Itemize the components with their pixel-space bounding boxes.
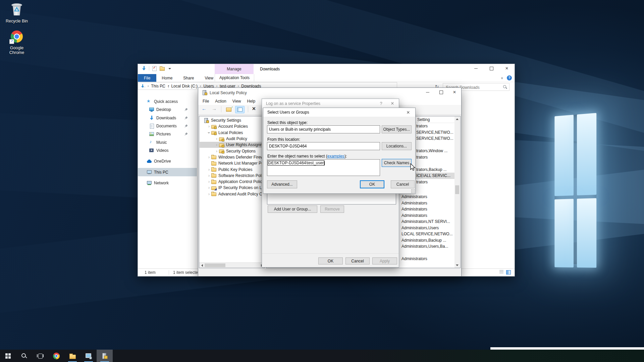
- maximize-button[interactable]: [434, 88, 448, 97]
- customize-qat-chevron-icon[interactable]: [167, 66, 172, 71]
- tree-item-security-settings[interactable]: Security Settings: [200, 117, 264, 123]
- sidebar-item-videos[interactable]: Videos: [138, 146, 197, 155]
- tree-expand-chevron-icon[interactable]: [207, 167, 211, 172]
- security-setting-value[interactable]: Administrators,Backup ...: [401, 237, 457, 244]
- tree-item-local-policies[interactable]: Local Policies: [200, 130, 264, 136]
- locations-button[interactable]: Locations...: [382, 142, 412, 150]
- cancel-button[interactable]: Cancel: [391, 180, 415, 188]
- security-setting-value[interactable]: Administrators: [401, 200, 457, 206]
- close-button[interactable]: ✕: [448, 88, 461, 97]
- installer-taskbar-button[interactable]: [80, 350, 97, 362]
- task-view-button[interactable]: [32, 350, 48, 362]
- tree-item-user-rights-assignment[interactable]: User Rights Assignmen: [200, 142, 264, 148]
- search-button[interactable]: [16, 350, 32, 362]
- security-setting-value[interactable]: Administrators: [401, 206, 457, 213]
- back-icon[interactable]: ←: [202, 106, 207, 111]
- tree-expand-chevron-icon[interactable]: [207, 130, 211, 135]
- security-setting-value[interactable]: LOCAL SERVICE,NETWO...: [401, 231, 457, 237]
- minimize-button[interactable]: [421, 88, 434, 97]
- add-user-or-group-button[interactable]: Add User or Group...: [268, 205, 317, 213]
- security-setting-value[interactable]: Administrators,NT SERVI...: [401, 219, 457, 225]
- breadcrumb-local-disk[interactable]: ›Local Disk (C:): [165, 84, 198, 88]
- tree-expand-chevron-icon[interactable]: [207, 124, 211, 129]
- file-explorer-taskbar-button[interactable]: [64, 350, 80, 362]
- google-chrome-desktop-icon[interactable]: Google Chrome: [3, 29, 31, 55]
- forward-icon[interactable]: →: [152, 83, 157, 89]
- maximize-button[interactable]: [484, 64, 499, 73]
- tree-item-application-control[interactable]: Application Control Policie: [200, 179, 264, 185]
- sidebar-item-onedrive[interactable]: OneDrive: [138, 157, 197, 165]
- show-console-tree-button[interactable]: [235, 106, 245, 113]
- menu-action[interactable]: Action: [212, 99, 229, 104]
- recycle-bin-desktop-icon[interactable]: Recycle Bin: [3, 2, 31, 23]
- tree-item-audit-policy[interactable]: Audit Policy: [200, 136, 264, 142]
- security-setting-value[interactable]: Administrators: [401, 256, 457, 262]
- up-icon[interactable]: ↑: [167, 83, 170, 89]
- tree-item-software-restriction[interactable]: Software Restriction Policie: [200, 173, 264, 179]
- tree-item-ip-security[interactable]: IP Security Policies on Loca: [200, 185, 264, 191]
- object-names-input[interactable]: DESKTOP-DJSD464\test_user: [267, 159, 380, 176]
- forward-icon[interactable]: →: [212, 106, 217, 111]
- delete-icon[interactable]: ✕: [252, 106, 256, 111]
- sidebar-item-quick-access[interactable]: Quick access: [138, 98, 197, 106]
- tree-expand-chevron-icon[interactable]: [207, 192, 211, 196]
- sidebar-item-documents[interactable]: Documents: [138, 122, 197, 130]
- security-setting-value[interactable]: Administrators: [401, 213, 457, 219]
- cancel-button[interactable]: Cancel: [345, 257, 370, 264]
- start-button[interactable]: [0, 350, 16, 362]
- minimize-button[interactable]: [468, 64, 484, 73]
- sidebar-item-downloads[interactable]: Downloads: [138, 114, 197, 122]
- help-button[interactable]: ?: [375, 99, 387, 107]
- chrome-taskbar-button[interactable]: [48, 350, 64, 362]
- tree-expand-chevron-icon[interactable]: [207, 179, 211, 184]
- apply-button[interactable]: Apply: [372, 257, 397, 264]
- tree-expand-chevron-icon[interactable]: [215, 142, 219, 147]
- menu-help[interactable]: Help: [244, 99, 259, 104]
- tree-expand-chevron-icon[interactable]: [215, 149, 219, 154]
- check-names-button[interactable]: Check Names: [382, 159, 412, 167]
- remove-button[interactable]: Remove: [320, 205, 344, 213]
- tab-file[interactable]: File: [138, 74, 156, 82]
- tree-expand-chevron-icon[interactable]: [207, 185, 211, 190]
- location-field[interactable]: DESKTOP-DJSD464: [267, 142, 380, 150]
- object-type-field[interactable]: Users or Built-in security principals: [267, 125, 380, 133]
- help-icon[interactable]: ?: [507, 75, 512, 80]
- object-types-button[interactable]: Object Types...: [382, 125, 412, 133]
- new-folder-qat-icon[interactable]: [159, 66, 165, 71]
- local-security-policy-taskbar-button[interactable]: [97, 350, 113, 362]
- tree-expand-chevron-icon[interactable]: [215, 136, 219, 141]
- scrollbar-thumb[interactable]: [205, 263, 225, 267]
- scroll-down-button[interactable]: [454, 262, 460, 268]
- tab-share[interactable]: Share: [178, 74, 199, 82]
- sidebar-item-network[interactable]: Network: [138, 179, 197, 187]
- tree-item-account-policies[interactable]: Account Policies: [200, 123, 264, 129]
- large-icons-view-icon[interactable]: [506, 270, 511, 275]
- scroll-left-button[interactable]: [199, 263, 205, 268]
- sidebar-item-this-pc[interactable]: This PC: [138, 168, 197, 176]
- sidebar-item-pictures[interactable]: Pictures: [138, 130, 197, 138]
- tree-item-security-options[interactable]: Security Options: [200, 148, 264, 154]
- close-button[interactable]: ✕: [499, 64, 515, 73]
- tree-item-network-list-manager[interactable]: Network List Manager Poli: [200, 160, 264, 166]
- horizontal-scrollbar[interactable]: [199, 262, 264, 268]
- properties-qat-icon[interactable]: [152, 66, 157, 71]
- tree-expand-chevron-icon[interactable]: [207, 173, 211, 178]
- ribbon-collapse-chevron-icon[interactable]: ∨: [501, 76, 503, 80]
- scrollbar-thumb[interactable]: [455, 185, 459, 194]
- security-setting-value[interactable]: Administrators: [401, 194, 457, 200]
- security-setting-value[interactable]: Administrators,Users: [401, 225, 457, 231]
- resize-grip[interactable]: [411, 189, 415, 193]
- security-setting-value[interactable]: Administrators,Users,Ba...: [401, 243, 457, 250]
- tab-application-tools[interactable]: Application Tools: [215, 74, 254, 81]
- up-one-level-icon[interactable]: [226, 106, 232, 112]
- examples-link[interactable]: examples: [327, 154, 344, 159]
- tree-expand-chevron-icon[interactable]: [207, 155, 211, 160]
- sidebar-item-desktop[interactable]: Desktop: [138, 106, 197, 114]
- tree-item-advanced-audit[interactable]: Advanced Audit Policy Con: [200, 191, 264, 197]
- recent-locations-chevron-icon[interactable]: ∨: [161, 85, 164, 88]
- ok-button[interactable]: OK: [360, 180, 384, 188]
- menu-file[interactable]: File: [200, 99, 212, 104]
- tree-item-public-key-policies[interactable]: Public Key Policies: [200, 166, 264, 172]
- security-setting-value[interactable]: [401, 250, 457, 256]
- close-button[interactable]: ✕: [387, 99, 398, 107]
